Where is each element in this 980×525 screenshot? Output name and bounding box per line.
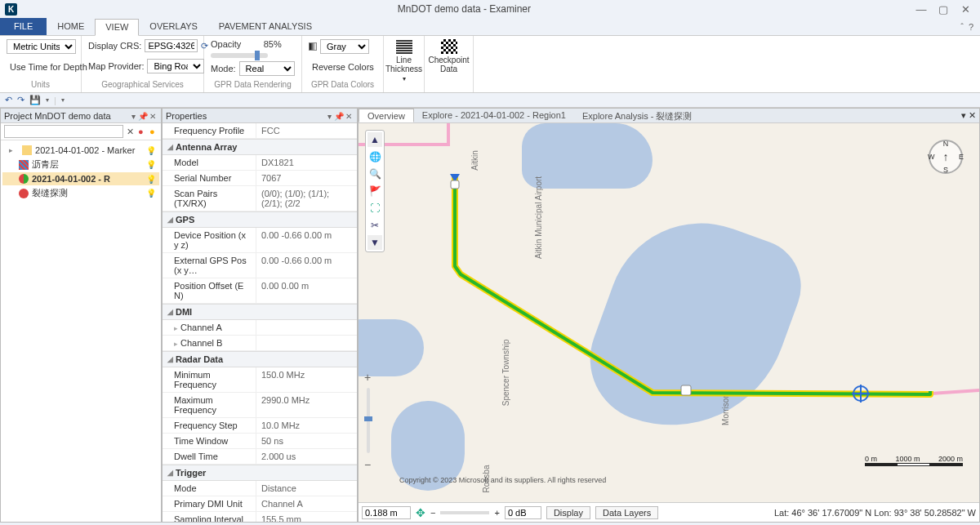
group-colors-label: GPR Data Colors	[309, 80, 376, 89]
checkpoint-data-button[interactable]: Checkpoint Data	[434, 39, 465, 73]
hatch-icon	[19, 160, 29, 170]
gain-plus-icon[interactable]: +	[494, 508, 499, 518]
project-tree: ▸ 2021-04-01-002 - Marker💡 沥青层💡 2021-04-…	[1, 140, 161, 204]
reverse-colors-label: Reverse Colors	[312, 62, 374, 72]
opacity-slider[interactable]	[211, 53, 268, 58]
opacity-label: Opacity	[211, 39, 241, 49]
use-time-label: Use Time for Depth	[10, 62, 87, 72]
tab-home[interactable]: HOME	[47, 18, 95, 35]
panel-menu-icon[interactable]: ▾	[128, 112, 138, 121]
tree-item-marker[interactable]: ▸ 2021-04-01-002 - Marker💡	[2, 144, 159, 157]
undo-icon[interactable]: ↶	[5, 95, 12, 105]
svg-rect-4	[681, 385, 691, 395]
line-thickness-button[interactable]: Line Thickness▾	[389, 39, 420, 82]
tree-item-asphalt[interactable]: 沥青层💡	[2, 157, 159, 172]
zoom-icon[interactable]: 🔍	[368, 167, 382, 181]
qat-more-icon[interactable]: ▾	[61, 96, 65, 104]
panel-pin-icon[interactable]: 📌	[138, 112, 148, 121]
ribbon-tabs: FILE HOME VIEW OVERLAYS PAVEMENT ANALYSI…	[0, 18, 980, 36]
palette-dropdown[interactable]: Gray	[320, 39, 369, 54]
panel-close-icon[interactable]: ✕	[148, 112, 158, 121]
panel-menu-icon[interactable]: ▾	[324, 112, 334, 121]
tree-item-crack[interactable]: 裂缝探测💡	[2, 185, 159, 201]
map-tab-overview[interactable]: Overview	[359, 109, 414, 122]
panel-close-icon[interactable]: ✕	[344, 112, 354, 121]
section-antenna[interactable]: ◢Antenna Array	[163, 139, 357, 155]
compass-icon[interactable]: W E ↑	[929, 140, 963, 174]
move-icon[interactable]: ✥	[416, 506, 425, 519]
bulb-icon[interactable]: 💡	[146, 146, 156, 155]
scroll-down-icon[interactable]: ▼	[368, 235, 382, 250]
coordinates-readout: Lat: 46° 36' 17.67009" N Lon: 93° 38' 50…	[774, 508, 976, 518]
tab-pavement-analysis[interactable]: PAVEMENT ANALYSIS	[208, 18, 323, 35]
properties-panel-title: Properties	[166, 111, 207, 121]
map-attribution: Copyright © 2023 Microsoft and its suppl…	[399, 476, 606, 484]
section-trigger[interactable]: ◢Trigger	[163, 465, 357, 481]
bulb-icon[interactable]: 💡	[146, 175, 156, 184]
project-panel: Project MnDOT demo data ▾📌✕ ✕ ● ● ▸ 2021…	[0, 108, 162, 523]
panel-pin-icon[interactable]: 📌	[334, 112, 344, 121]
scroll-up-icon[interactable]: ▲	[368, 132, 382, 147]
units-dropdown[interactable]: Metric Units	[7, 39, 76, 54]
map-provider-dropdown[interactable]: Bing Road	[147, 59, 204, 73]
data-layers-button[interactable]: Data Layers	[595, 506, 658, 519]
section-dmi[interactable]: ◢DMI	[163, 304, 357, 320]
crop-icon[interactable]: ✂	[368, 218, 382, 233]
ribbon-collapse-icon[interactable]: ˆ	[960, 22, 964, 32]
project-panel-title: Project MnDOT demo data	[4, 111, 111, 121]
map-view[interactable]: Aitkin Aitkin Municipal Airport Spencer …	[359, 123, 979, 502]
svg-rect-5	[451, 180, 459, 189]
tree-item-region-r[interactable]: 2021-04-01-002 - R💡	[2, 172, 159, 185]
save-icon[interactable]: 💾	[29, 95, 41, 105]
bulb-icon[interactable]: 💡	[146, 189, 156, 198]
close-button[interactable]: ✕	[956, 3, 975, 16]
crs-label: Display CRS:	[88, 41, 141, 51]
zoom-in-icon[interactable]: +	[364, 371, 371, 384]
group-units-label: Units	[7, 80, 74, 89]
display-button[interactable]: Display	[546, 506, 590, 519]
filter-icon2[interactable]: ●	[149, 127, 158, 136]
fit-icon[interactable]: ⛶	[368, 201, 382, 216]
map-tab-explore[interactable]: Explore - 2021-04-01-002 - Region1	[414, 109, 574, 122]
redo-icon[interactable]: ↷	[17, 95, 24, 105]
scale-bar: 0 m1000 m2000 m	[865, 455, 963, 469]
gain-slider[interactable]	[440, 511, 489, 514]
zoom-out-icon[interactable]: −	[364, 458, 371, 471]
map-panel: Overview Explore - 2021-04-01-002 - Regi…	[358, 108, 980, 523]
tab-file[interactable]: FILE	[0, 18, 47, 35]
render-mode-dropdown[interactable]: Real	[239, 61, 295, 76]
filter-icon1[interactable]: ●	[138, 127, 146, 136]
crs-value[interactable]	[145, 39, 198, 52]
tab-view[interactable]: VIEW	[95, 19, 139, 36]
minimize-button[interactable]: —	[911, 3, 931, 16]
map-footer: ✥ − + Display Data Layers Lat: 46° 36' 1…	[359, 502, 979, 522]
help-icon[interactable]: ?	[969, 22, 973, 32]
app-logo: K	[5, 3, 17, 16]
maximize-button[interactable]: ▢	[933, 3, 953, 16]
survey-route	[359, 123, 979, 502]
line-thickness-icon	[396, 39, 412, 54]
opacity-value: 85%	[250, 39, 295, 49]
map-tab-analysis[interactable]: Explore Analysis - 裂缝探测	[574, 109, 700, 122]
window-title: MnDOT demo data - Examiner	[17, 3, 911, 15]
render-mode-label: Mode:	[211, 64, 236, 73]
properties-panel: Properties ▾📌✕ Frequency ProfileFCC ◢Ant…	[162, 108, 358, 523]
gain-minus-icon[interactable]: −	[430, 508, 435, 518]
filter-clear-icon[interactable]: ✕	[127, 127, 135, 136]
gain-input[interactable]	[505, 506, 541, 519]
tree-filter-input[interactable]	[4, 125, 123, 138]
properties-grid[interactable]: Frequency ProfileFCC ◢Antenna Array Mode…	[163, 123, 357, 522]
globe-icon[interactable]: 🌐	[368, 149, 382, 164]
section-gps[interactable]: ◢GPS	[163, 211, 357, 228]
depth-input[interactable]	[362, 506, 411, 519]
map-tab-menu-icon[interactable]: ▾ ✕	[958, 110, 979, 121]
zoom-slider[interactable]	[367, 388, 370, 453]
group-gpr-label: GPR Data Rendering	[211, 80, 295, 89]
ribbon: Metric Units Use Time for Depth Units Di…	[0, 36, 980, 93]
section-radar[interactable]: ◢Radar Data	[163, 351, 357, 367]
bulb-icon[interactable]: 💡	[146, 160, 156, 169]
flag-icon[interactable]: 🚩	[368, 184, 382, 198]
quick-access-toolbar: ↶ ↷ 💾 ▾ | ▾	[0, 93, 980, 108]
provider-label: Map Provider:	[88, 61, 144, 71]
tab-overlays[interactable]: OVERLAYS	[139, 18, 208, 35]
